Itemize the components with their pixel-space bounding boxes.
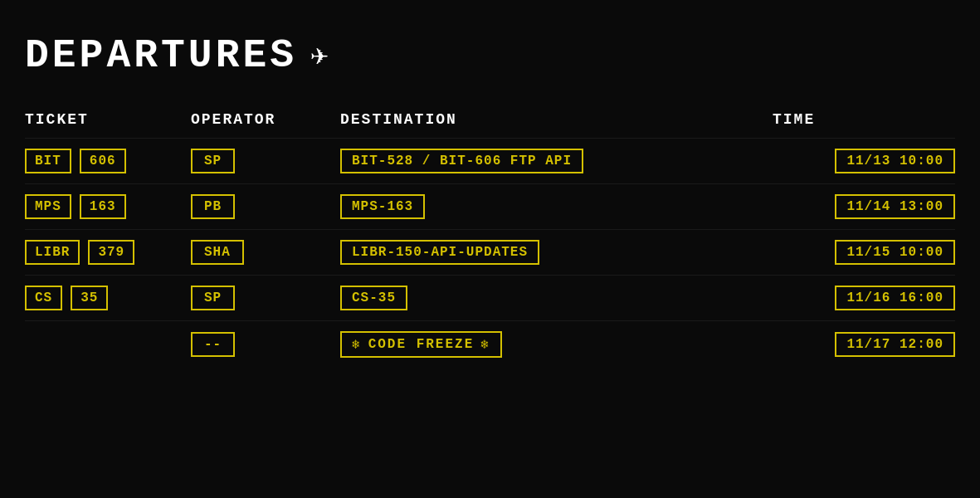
freeze-label: CODE FREEZE	[368, 337, 475, 352]
page-header: DEPARTURES ✈	[25, 33, 955, 78]
operator-cell: --	[191, 332, 340, 357]
operator-cell: PB	[191, 194, 340, 219]
time-cell: 11/15 10:00	[773, 240, 955, 265]
col-operator: OPERATOR	[191, 111, 340, 128]
operator-badge: SP	[191, 149, 235, 173]
time-cell: 11/17 12:00	[773, 332, 955, 357]
ticket-cell: CS35	[25, 286, 191, 310]
operator-cell: SP	[191, 286, 340, 310]
ticket-name-badge: BIT	[25, 149, 71, 173]
snowflake-left-icon: ❄	[352, 336, 362, 353]
departures-table: TICKET OPERATOR DESTINATION TIME BIT606S…	[25, 111, 955, 368]
ticket-num-badge: 35	[71, 286, 108, 310]
ticket-name-badge: MPS	[25, 194, 71, 219]
col-ticket: TICKET	[25, 111, 191, 128]
ticket-num-badge: 379	[88, 240, 134, 265]
destination-cell: BIT-528 / BIT-606 FTP API	[340, 149, 773, 173]
table-row: CS35SPCS-3511/16 16:00	[25, 275, 955, 320]
ticket-cell: LIBR379	[25, 240, 191, 265]
time-badge: 11/14 13:00	[835, 194, 955, 219]
destination-badge: BIT-528 / BIT-606 FTP API	[340, 149, 583, 173]
table-body: BIT606SPBIT-528 / BIT-606 FTP API11/13 1…	[25, 138, 955, 368]
destination-cell: LIBR-150-api-updates	[340, 240, 773, 265]
time-badge: 11/17 12:00	[835, 332, 955, 357]
time-cell: 11/13 10:00	[773, 149, 955, 173]
code-freeze-badge: ❄CODE FREEZE❄	[340, 331, 502, 358]
ticket-cell: MPS163	[25, 194, 191, 219]
destination-cell: ❄CODE FREEZE❄	[340, 331, 773, 358]
table-row: MPS163PBMPS-16311/14 13:00	[25, 183, 955, 229]
ticket-num-badge: 163	[80, 194, 126, 219]
table-row: --❄CODE FREEZE❄11/17 12:00	[25, 320, 955, 368]
operator-cell: SP	[191, 149, 340, 173]
operator-badge: SP	[191, 286, 235, 310]
col-destination: DESTINATION	[340, 111, 773, 128]
snowflake-right-icon: ❄	[480, 336, 490, 353]
destination-badge: LIBR-150-api-updates	[340, 240, 539, 265]
operator-badge: SHA	[191, 240, 244, 265]
operator-badge: PB	[191, 194, 235, 219]
time-cell: 11/14 13:00	[773, 194, 955, 219]
destination-cell: MPS-163	[340, 194, 773, 219]
ticket-name-badge: LIBR	[25, 240, 80, 265]
time-badge: 11/15 10:00	[835, 240, 955, 265]
table-row: BIT606SPBIT-528 / BIT-606 FTP API11/13 1…	[25, 138, 955, 183]
ticket-cell: BIT606	[25, 149, 191, 173]
page-title: DEPARTURES	[25, 33, 297, 78]
operator-badge: --	[191, 332, 235, 357]
destination-badge: CS-35	[340, 286, 407, 310]
time-badge: 11/16 16:00	[835, 286, 955, 310]
destination-badge: MPS-163	[340, 194, 425, 219]
col-time: TIME	[773, 111, 955, 128]
table-row: LIBR379SHALIBR-150-api-updates11/15 10:0…	[25, 229, 955, 275]
ticket-num-badge: 606	[80, 149, 126, 173]
destination-cell: CS-35	[340, 286, 773, 310]
ticket-name-badge: CS	[25, 286, 62, 310]
table-header: TICKET OPERATOR DESTINATION TIME	[25, 111, 955, 138]
time-cell: 11/16 16:00	[773, 286, 955, 310]
plane-icon: ✈	[310, 37, 329, 74]
operator-cell: SHA	[191, 240, 340, 265]
time-badge: 11/13 10:00	[835, 149, 955, 173]
